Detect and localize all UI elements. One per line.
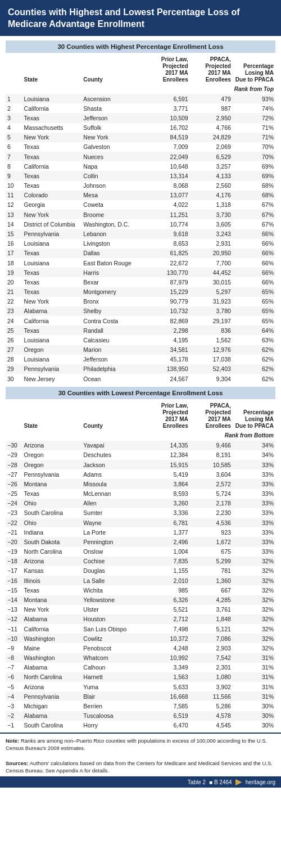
cell-state: Texas xyxy=(22,181,82,191)
cell-county: Whatcom xyxy=(81,653,147,663)
footer-bar: Table 2 ■ B 2464 heritage.org xyxy=(0,776,281,788)
cell-county: Douglas xyxy=(81,566,147,576)
cell-ppaca: 29,197 xyxy=(190,316,233,326)
table-row: 23 Alabama Shelby 10,732 3,780 65% xyxy=(6,306,275,316)
cell-prior: 3,864 xyxy=(147,479,190,489)
cell-rank: 5 xyxy=(6,133,22,142)
cell-pct: 69% xyxy=(233,161,275,171)
cell-prior: 8,653 xyxy=(147,239,190,248)
cell-prior: 4,248 xyxy=(147,643,190,653)
cell-ppaca: 2,572 xyxy=(190,479,233,489)
cell-rank: 4 xyxy=(6,123,22,133)
cell-county: Jefferson xyxy=(81,113,147,123)
cell-county: Cochise xyxy=(81,557,147,566)
cell-pct: 34% xyxy=(233,441,275,450)
cell-prior: 10,372 xyxy=(147,634,190,643)
table-row: 15 Pennsylvania Lebanon 9,618 3,243 66% xyxy=(6,229,275,239)
cell-prior: 4,195 xyxy=(147,335,190,345)
cell-county: Nueces xyxy=(81,152,147,161)
cell-state: Texas xyxy=(22,326,82,335)
cell-county: San Luis Obispo xyxy=(81,624,147,634)
cell-county: Ascension xyxy=(81,94,147,103)
cell-rank: 11 xyxy=(6,191,22,200)
table-row: 6 Texas Galveston 7,009 2,069 70% xyxy=(6,142,275,152)
table-row: −21 Indiana La Porte 1,377 923 33% xyxy=(6,527,275,537)
cell-rank: −15 xyxy=(6,585,22,595)
cell-rank: 15 xyxy=(6,229,22,239)
cell-pct: 32% xyxy=(233,634,275,643)
table-row: −14 Montana Yellowstone 6,326 4,285 32% xyxy=(6,595,275,605)
cell-pct: 64% xyxy=(233,326,275,335)
cell-prior: 8,593 xyxy=(147,489,190,499)
cell-rank: −11 xyxy=(6,624,22,634)
cell-prior: 6,519 xyxy=(147,711,190,721)
footer-report: ■ B 2464 xyxy=(209,779,232,785)
table-row: 24 California Contra Costa 82,869 29,197… xyxy=(6,316,275,326)
cell-ppaca: 2,069 xyxy=(190,142,233,152)
cell-ppaca: 4,536 xyxy=(190,518,233,527)
cell-prior: 82,869 xyxy=(147,316,190,326)
cell-ppaca: 3,243 xyxy=(190,229,233,239)
cell-prior: 22,049 xyxy=(147,152,190,161)
cell-pct: 65% xyxy=(233,306,275,316)
cell-rank: −19 xyxy=(6,547,22,557)
cell-county: Wayne xyxy=(81,518,147,527)
cell-ppaca: 3,780 xyxy=(190,306,233,316)
col-header-rank-b xyxy=(6,401,22,431)
cell-state: Texas xyxy=(22,287,82,297)
cell-county: Deschutes xyxy=(81,450,147,460)
cell-prior: 16,702 xyxy=(147,123,190,133)
cell-rank: 28 xyxy=(6,355,22,364)
cell-state: Texas xyxy=(22,268,82,277)
cell-rank: −28 xyxy=(6,460,22,469)
col-header-ppaca-b: PPACA, Projected 2017 MA Enrollees xyxy=(190,401,233,431)
cell-state: Kansas xyxy=(22,566,82,576)
cell-pct: 62% xyxy=(233,364,275,374)
cell-pct: 74% xyxy=(233,103,275,113)
cell-ppaca: 24,829 xyxy=(190,133,233,142)
cell-county: Penobscot xyxy=(81,643,147,653)
cell-rank: 17 xyxy=(6,248,22,258)
cell-state: Alabama xyxy=(22,614,82,624)
table-row: 1 Louisiana Ascension 6,591 479 93% xyxy=(6,94,275,103)
cell-prior: 84,519 xyxy=(147,133,190,142)
cell-ppaca: 3,257 xyxy=(190,161,233,171)
cell-pct: 33% xyxy=(233,547,275,557)
cell-prior: 15,915 xyxy=(147,460,190,469)
cell-rank: 25 xyxy=(6,326,22,335)
cell-prior: 6,470 xyxy=(147,721,190,730)
cell-prior: 3,771 xyxy=(147,103,190,113)
table-row: −10 Washington Cowlitz 10,372 7,086 32% xyxy=(6,634,275,643)
cell-pct: 62% xyxy=(233,345,275,355)
cell-state: Louisiana xyxy=(22,335,82,345)
cell-state: Oregon xyxy=(22,450,82,460)
table-row: 26 Louisiana Calcasieu 4,195 1,562 63% xyxy=(6,335,275,345)
cell-pct: 65% xyxy=(233,297,275,306)
cell-ppaca: 2,903 xyxy=(190,643,233,653)
cell-state: Michigan xyxy=(22,701,82,711)
cell-ppaca: 5,724 xyxy=(190,489,233,499)
cell-county: Harris xyxy=(81,268,147,277)
cell-county: Allen xyxy=(81,499,147,508)
table-row: −15 Texas Wichita 985 667 32% xyxy=(6,585,275,595)
table-row: −4 Pennsylvania Blair 16,668 11,566 31% xyxy=(6,691,275,701)
cell-prior: 13,077 xyxy=(147,191,190,200)
cell-prior: 3,260 xyxy=(147,499,190,508)
cell-ppaca: 4,176 xyxy=(190,191,233,200)
cell-state: Colorado xyxy=(22,191,82,200)
cell-ppaca: 3,761 xyxy=(190,605,233,614)
cell-rank: −8 xyxy=(6,653,22,663)
cell-pct: 33% xyxy=(233,527,275,537)
cell-pct: 68% xyxy=(233,191,275,200)
cell-rank: −20 xyxy=(6,537,22,546)
cell-prior: 9,618 xyxy=(147,229,190,239)
cell-county: Shelby xyxy=(81,306,147,316)
cell-ppaca: 7,086 xyxy=(190,634,233,643)
cell-rank: −17 xyxy=(6,566,22,576)
cell-state: Montana xyxy=(22,479,82,489)
cell-rank: 24 xyxy=(6,316,22,326)
cell-state: Louisiana xyxy=(22,355,82,364)
cell-ppaca: 987 xyxy=(190,103,233,113)
cell-county: Jefferson xyxy=(81,355,147,364)
cell-pct: 30% xyxy=(233,701,275,711)
